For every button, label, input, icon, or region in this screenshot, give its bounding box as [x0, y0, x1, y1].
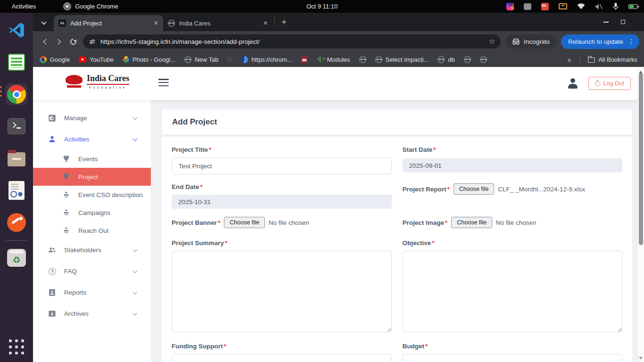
dock-libreoffice-calc-icon[interactable]	[6, 51, 27, 73]
tab-search-button[interactable]	[38, 16, 50, 29]
forward-button[interactable]	[52, 34, 66, 49]
sidebar-item-activities[interactable]: Activities	[33, 129, 151, 150]
people-icon	[48, 246, 57, 255]
bookmark-star-icon[interactable]: ☆	[489, 37, 495, 46]
logout-button[interactable]: Log Out	[588, 77, 631, 90]
bookmark-db[interactable]: db	[438, 56, 454, 63]
activities-button[interactable]: Activities	[12, 3, 36, 10]
dock-chrome-icon[interactable]	[6, 83, 27, 105]
india-cares-logo[interactable]: India Cares Foundation	[65, 74, 129, 89]
budget-input[interactable]	[403, 354, 623, 362]
volume-muted-icon[interactable]	[595, 3, 603, 10]
archive-icon	[48, 309, 57, 318]
dock-vscode-icon[interactable]	[6, 19, 27, 41]
close-tab-icon[interactable]: ✕	[263, 20, 268, 26]
minimize-button[interactable]	[603, 22, 609, 23]
maximize-button[interactable]	[621, 20, 625, 24]
bookmark-globe-1[interactable]	[359, 56, 366, 63]
start-date-label: Start Date*	[403, 146, 623, 153]
dock-document-viewer-icon[interactable]	[6, 180, 27, 201]
help-circle-icon: ?	[48, 267, 57, 276]
sidebar-item-reports[interactable]: Reports	[33, 282, 151, 303]
sidebar-item-reach-out[interactable]: Reach Out	[33, 222, 151, 239]
screen-share-icon[interactable]	[559, 3, 567, 9]
bookmark-youtube[interactable]: YouTube	[79, 56, 114, 63]
globe-icon	[375, 56, 382, 63]
sidebar-toggle-button[interactable]	[158, 79, 169, 88]
start-date-input[interactable]	[403, 158, 623, 173]
sidebar-item-project[interactable]: Project	[33, 168, 151, 186]
sidebar-item-events[interactable]: Events	[33, 150, 151, 168]
project-image-label: Project Image*	[403, 219, 448, 226]
new-tab-button[interactable]: +	[281, 17, 287, 27]
dock-postman-icon[interactable]	[6, 212, 27, 233]
sidebar-item-faq[interactable]: ? FAQ	[33, 261, 151, 282]
google-photos-icon	[123, 56, 129, 63]
back-button[interactable]	[38, 34, 52, 49]
user-profile-icon[interactable]	[568, 78, 578, 89]
bookmark-google-photos[interactable]: Photo - Googl...	[123, 56, 175, 63]
bookmark-unnamed[interactable]	[227, 57, 232, 62]
all-bookmarks-button[interactable]: All Bookmarks	[588, 56, 637, 63]
reload-button[interactable]	[66, 34, 80, 49]
site-favicon: ⋈	[58, 19, 66, 27]
chat-indicator-icon[interactable]	[524, 3, 531, 10]
bookmark-new-tab[interactable]: New Tab	[184, 56, 218, 63]
bookmarks-separator	[579, 56, 580, 64]
bookmark-globe-2[interactable]	[464, 56, 471, 63]
funding-support-input[interactable]	[172, 354, 392, 362]
address-bar[interactable]: https://icfnv5-staging.icfn.in/manage-se…	[83, 34, 501, 49]
sidebar-item-manage[interactable]: Manage	[33, 107, 151, 129]
dock-terminal-icon[interactable]	[6, 115, 27, 137]
scroll-up-arrow[interactable]	[639, 68, 643, 72]
project-image-choose-file-button[interactable]: Choose file	[451, 217, 492, 228]
tree-logo-icon	[65, 74, 83, 89]
bookmark-chrome-link[interactable]: https://chrom...	[241, 56, 292, 63]
globe-icon	[480, 56, 487, 63]
sidebar-item-event-cso-description[interactable]: Event CSO description	[33, 186, 151, 204]
page-scrollbar[interactable]	[637, 67, 644, 362]
anydesk-icon[interactable]: «»	[541, 3, 549, 10]
chevron-down-icon	[133, 247, 138, 252]
scrollbar-thumb[interactable]	[639, 73, 643, 245]
browser-menu-icon[interactable]: ⋮	[628, 38, 635, 45]
bookmark-bajaj[interactable]	[301, 56, 308, 63]
site-header: India Cares Foundation Log Out	[33, 67, 644, 100]
dock: ♻	[0, 13, 33, 362]
wifi-icon[interactable]	[577, 3, 585, 9]
sidebar-item-campaigns[interactable]: Campaigns	[33, 204, 151, 222]
bajaj-icon	[301, 56, 308, 63]
focused-app-menu[interactable]: Google Chrome	[63, 2, 118, 10]
microphone-icon[interactable]	[613, 3, 619, 10]
project-report-choose-file-button[interactable]: Choose file	[454, 183, 495, 195]
url-text[interactable]: https://icfnv5-staging.icfn.in/manage-se…	[100, 38, 484, 45]
sidebar-item-stakeholders[interactable]: Stakeholders	[33, 239, 151, 261]
trophy-icon	[62, 155, 71, 164]
youtube-icon	[79, 57, 86, 62]
project-summary-textarea[interactable]	[172, 251, 392, 332]
show-applications-button[interactable]	[9, 339, 24, 354]
scroll-down-arrow[interactable]	[639, 357, 643, 361]
dock-files-icon[interactable]	[6, 148, 27, 169]
app-indicator-icon[interactable]	[506, 3, 514, 10]
project-title-input[interactable]	[172, 157, 392, 174]
bookmark-google[interactable]: Google	[40, 56, 70, 63]
end-date-input[interactable]	[172, 195, 392, 209]
project-banner-choose-file-button[interactable]: Choose file	[224, 217, 265, 228]
web-page: India Cares Foundation Log Out	[33, 67, 644, 362]
dock-trash-icon[interactable]: ♻	[6, 247, 27, 269]
tab-india-cares[interactable]: India Cares ✕	[163, 15, 272, 31]
tab-add-project[interactable]: ⋈ Add Project ✕	[54, 15, 163, 31]
bookmark-globe-3[interactable]	[480, 56, 487, 63]
relaunch-to-update-button[interactable]: Relaunch to update ⋮	[561, 34, 639, 49]
dock-divider	[6, 240, 27, 241]
bookmarks-overflow-button[interactable]: »	[568, 56, 571, 64]
close-tab-icon[interactable]: ✕	[154, 20, 158, 26]
objective-textarea[interactable]	[403, 251, 623, 332]
bookmark-select-impact[interactable]: Select impacti...	[375, 56, 429, 63]
sidebar-item-archives[interactable]: Archives	[33, 303, 151, 324]
battery-icon[interactable]	[628, 4, 637, 9]
site-settings-icon[interactable]	[89, 38, 96, 45]
focused-app-name: Google Chrome	[75, 3, 118, 10]
bookmark-modules[interactable]: Modules	[317, 56, 350, 63]
